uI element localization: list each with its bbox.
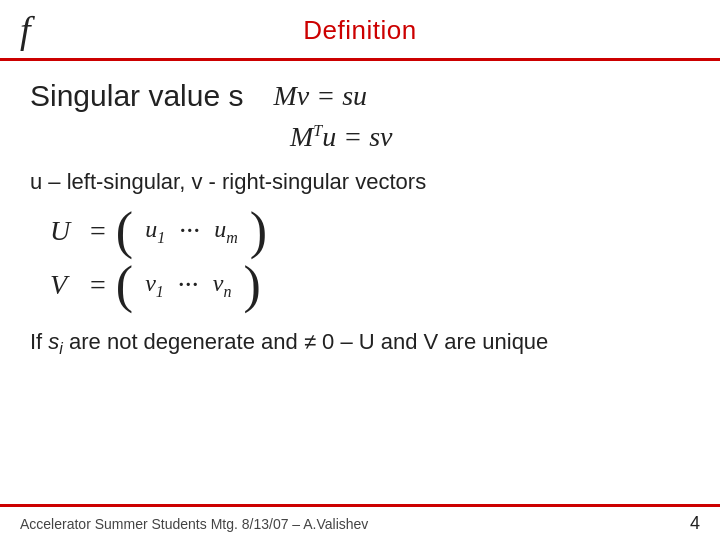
matrix-U-row: U = ( u1 ··· um ): [50, 205, 690, 257]
matrix-V-row: V = ( v1 ··· vn ): [50, 259, 690, 311]
description-text: u – left-singular, v - right-singular ve…: [30, 169, 690, 195]
singular-label: Singular value s: [30, 79, 243, 113]
open-paren-U: (: [116, 205, 133, 257]
eq-sign-U: =: [90, 215, 106, 247]
vn: vn: [213, 270, 232, 301]
open-paren-V: (: [116, 259, 133, 311]
eq-sign-V: =: [90, 269, 106, 301]
matrix-inner-U: u1 ··· um: [145, 215, 238, 247]
ellipsis-V: ···: [178, 269, 199, 301]
page-number: 4: [690, 513, 700, 534]
top-bar: f Definition: [0, 0, 720, 61]
slide-letter: f: [20, 8, 31, 52]
singular-value-row: Singular value s Mv = su: [30, 79, 690, 113]
main-content: Singular value s Mv = su MTu = sv u – le…: [0, 61, 720, 376]
matrix-section: U = ( u1 ··· um ) V = ( v1 ··· vn: [50, 205, 690, 311]
close-paren-U: ): [250, 205, 267, 257]
matrix-U-label: U: [50, 215, 80, 247]
um: um: [214, 216, 238, 247]
eq1: Mv = su: [273, 80, 367, 112]
paren-matrix-V: ( v1 ··· vn ): [116, 259, 261, 311]
eq2: MTu = sv: [290, 121, 392, 153]
matrix-V-label: V: [50, 269, 80, 301]
u1: u1: [145, 216, 165, 247]
slide-title: Definition: [303, 15, 416, 46]
bottom-bar: Accelerator Summer Students Mtg. 8/13/07…: [0, 504, 720, 540]
matrix-inner-V: v1 ··· vn: [145, 269, 231, 301]
v1: v1: [145, 270, 164, 301]
eq2-block: MTu = sv: [290, 121, 690, 153]
degenerate-text: If si are not degenerate and ≠ 0 – U and…: [30, 329, 690, 358]
ellipsis-U: ···: [179, 215, 200, 247]
footer-citation: Accelerator Summer Students Mtg. 8/13/07…: [20, 516, 368, 532]
paren-matrix-U: ( u1 ··· um ): [116, 205, 267, 257]
close-paren-V: ): [243, 259, 260, 311]
